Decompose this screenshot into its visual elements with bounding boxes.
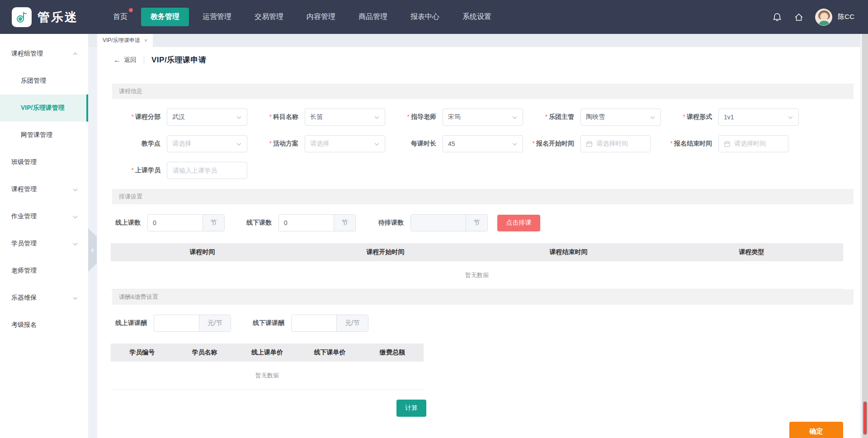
lesson-duration-select[interactable]: 45 — [443, 135, 523, 152]
tab-vip-theory-apply[interactable]: VIP/乐理课申请 × — [97, 34, 153, 47]
sidebar-item-homework[interactable]: 作业管理 — [0, 203, 88, 230]
online-count-label: 线上课数 — [115, 219, 141, 227]
chevron-down-icon — [650, 114, 656, 120]
scrollbar-track[interactable] — [862, 34, 868, 438]
nav-label: 商品管理 — [359, 13, 387, 20]
close-icon[interactable]: × — [144, 37, 148, 44]
empty-state: 暂无数据 — [111, 362, 424, 390]
section-schedule: 排课设置 — [112, 189, 854, 204]
nav-item-report[interactable]: 报表中心 — [401, 8, 449, 26]
unit-addon: 节 — [203, 215, 224, 231]
field-label: *报名开始时间 — [529, 140, 574, 148]
user-name[interactable]: 陈CC — [838, 13, 854, 21]
online-pay-group: 元/节 — [154, 315, 231, 332]
nav-label: 首页 — [113, 13, 127, 20]
teaching-point-select[interactable]: 请选择 — [167, 135, 247, 152]
home-icon[interactable] — [793, 12, 804, 23]
user-avatar[interactable] — [815, 9, 832, 26]
calculate-button[interactable]: 计算 — [396, 400, 426, 417]
nav-label: 交易管理 — [255, 13, 283, 20]
nav-label: 教务管理 — [151, 13, 179, 20]
field-subject-name: *科目名称 长笛 — [253, 108, 391, 126]
teacher-select[interactable]: 宋筠 — [443, 108, 523, 126]
online-pay-input[interactable] — [154, 315, 199, 331]
field-label: *课程分部 — [115, 113, 160, 121]
offline-pay-input[interactable] — [292, 315, 336, 331]
page-title: VIP/乐理课申请 — [151, 55, 207, 65]
signup-end-time-picker[interactable]: 请选择时间 — [718, 135, 788, 152]
field-course-branch: *课程分部 武汉 — [115, 108, 253, 126]
chevron-left-icon: ‹ — [91, 245, 94, 254]
pay-row: 线上课课酬 元/节 线下课课酬 元/节 — [115, 315, 860, 332]
column-header: 课程类型 — [660, 248, 843, 256]
field-signup-end-time: *报名结束时间 请选择时间 — [667, 135, 805, 152]
nav-item-trade[interactable]: 交易管理 — [245, 8, 293, 26]
course-form-select[interactable]: 1v1 — [718, 108, 799, 126]
online-count-group: 节 — [147, 214, 225, 231]
nav-item-content[interactable]: 内容管理 — [297, 8, 345, 26]
back-button[interactable]: ← 返回 — [113, 56, 137, 64]
field-label: 教学点 — [115, 140, 160, 148]
arrange-course-button[interactable]: 点击排课 — [497, 215, 540, 231]
schedule-table: 课程时间 课程开始时间 课程结束时间 课程类型 暂无数据 — [111, 243, 843, 289]
sidebar-item-orchestra[interactable]: 乐团管理 — [0, 67, 88, 94]
sidebar-item-course[interactable]: 课程管理 — [0, 176, 88, 203]
sidebar-item-vip-theory[interactable]: VIP/乐理课管理 — [0, 94, 88, 122]
course-branch-select[interactable]: 武汉 — [167, 108, 247, 126]
schedule-counts-row: 线上课数 节 线下课数 节 待排课数 节 点击排课 — [115, 214, 860, 231]
column-header: 课程结束时间 — [477, 248, 660, 256]
sidebar-item-teacher[interactable]: 老师管理 — [0, 257, 88, 284]
sidebar-item-student[interactable]: 学员管理 — [0, 230, 88, 257]
sidebar-item-label: 乐团管理 — [21, 77, 46, 85]
activity-plan-select[interactable]: 请选择 — [305, 135, 385, 152]
sidebar-item-label: 考级报名 — [11, 321, 37, 329]
chevron-down-icon — [72, 241, 78, 247]
sidebar-item-class[interactable]: 班级管理 — [0, 149, 88, 176]
field-label: *活动方案 — [253, 140, 298, 148]
bell-icon[interactable] — [772, 12, 783, 23]
form-row-1: *课程分部 武汉 *科目名称 长笛 *指导老师 宋筠 — [115, 108, 860, 126]
nav-item-home[interactable]: 首页 — [104, 8, 137, 26]
student-fee-table-header: 学员编号 学员名称 线上课单价 线下课单价 缴费总额 — [111, 344, 424, 362]
subject-select[interactable]: 长笛 — [305, 108, 385, 126]
select-value: 陶映雪 — [586, 113, 605, 121]
main-area: VIP/乐理课申请 × ← 返回 VIP/乐理课申请 课程信息 *课程分部 武汉 — [88, 34, 868, 438]
avatar-shirt — [819, 21, 830, 26]
sidebar-item-label: 课程组管理 — [11, 50, 43, 58]
chevron-down-icon — [72, 295, 78, 301]
schedule-table-header: 课程时间 课程开始时间 课程结束时间 课程类型 — [111, 243, 843, 261]
app-logo — [12, 7, 32, 27]
signup-start-time-picker[interactable]: 请选择时间 — [580, 135, 651, 152]
offline-count-input[interactable] — [279, 215, 334, 231]
sidebar-item-label: 班级管理 — [11, 158, 37, 166]
column-header: 学员编号 — [111, 349, 173, 357]
select-value: 45 — [448, 140, 455, 147]
calendar-icon — [724, 141, 731, 147]
sidebar-item-instrument[interactable]: 乐器维保 — [0, 284, 88, 311]
field-attending-student: *上课学员 — [115, 162, 253, 179]
form-row-2: 教学点 请选择 *活动方案 请选择 每课时长 45 — [115, 135, 860, 152]
chevron-down-icon — [72, 214, 78, 220]
column-header: 课程时间 — [111, 248, 294, 256]
nav-item-academic[interactable]: 教务管理 — [141, 8, 189, 26]
nav-item-operation[interactable]: 运营管理 — [193, 8, 241, 26]
orchestra-manager-select[interactable]: 陶映雪 — [580, 108, 661, 126]
confirm-button[interactable]: 确定 — [789, 422, 843, 438]
sidebar-item-exam[interactable]: 考级报名 — [0, 311, 88, 339]
online-count-input[interactable] — [148, 215, 203, 231]
student-fee-table: 学员编号 学员名称 线上课单价 线下课单价 缴费总额 暂无数据 — [111, 344, 424, 390]
unit-addon: 节 — [334, 215, 355, 231]
pending-count-label: 待排课数 — [378, 219, 404, 227]
nav-item-product[interactable]: 商品管理 — [349, 8, 397, 26]
field-label: *课程形式 — [667, 113, 712, 121]
field-label: *报名结束时间 — [667, 140, 712, 148]
sidebar-item-course-group[interactable]: 课程组管理 — [0, 40, 88, 67]
nav-item-settings[interactable]: 系统设置 — [453, 8, 501, 26]
chevron-down-icon — [512, 141, 518, 147]
sidebar-item-net-course[interactable]: 网管课管理 — [0, 122, 88, 149]
offline-pay-group: 元/节 — [291, 315, 368, 332]
sidebar-item-label: VIP/乐理课管理 — [21, 104, 64, 112]
attending-student-input[interactable] — [167, 162, 247, 179]
offline-count-group: 节 — [278, 214, 356, 231]
scrollbar-thumb[interactable] — [863, 401, 867, 435]
